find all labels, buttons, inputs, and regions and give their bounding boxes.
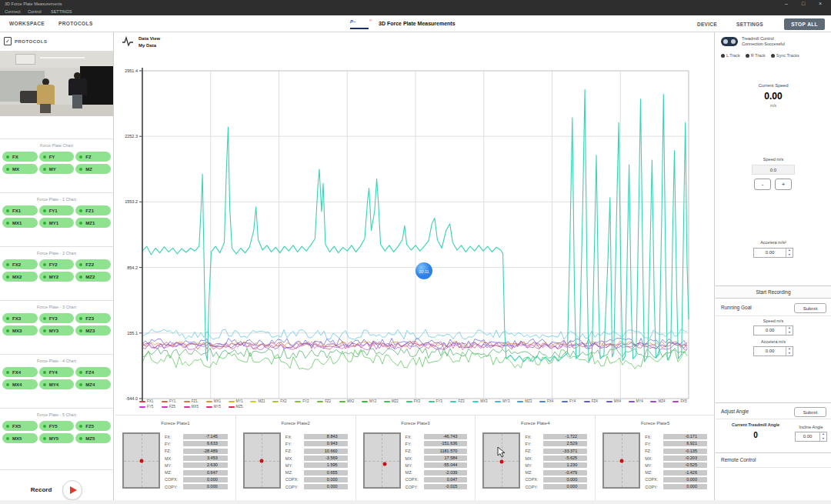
channel-button-fy2[interactable]: FY2 — [39, 259, 75, 269]
legend-item-fx3[interactable]: FX3 — [406, 399, 429, 404]
goal-speed-spinner[interactable]: 0.00 ▲▼ — [753, 325, 793, 335]
legend-item-fy3[interactable]: FY3 — [429, 399, 451, 404]
record-play-button[interactable] — [62, 480, 82, 500]
menu-control[interactable]: Control — [28, 9, 42, 14]
legend-item-fy1[interactable]: FY1 — [162, 399, 184, 404]
speed-input[interactable]: 0.0 — [752, 165, 795, 175]
channel-button-fx[interactable]: FX — [2, 152, 38, 162]
legend-item-mx4[interactable]: MX4 — [606, 399, 629, 404]
channel-button-fx4[interactable]: FX4 — [2, 367, 38, 377]
legend-item-mz1[interactable]: MZ1 — [250, 399, 272, 404]
spinner-arrows-icon[interactable]: ▲▼ — [786, 249, 793, 257]
channel-button-fy1[interactable]: FY1 — [39, 205, 75, 215]
legend-item-fx5[interactable]: FX5 — [672, 399, 695, 404]
channel-button-fz[interactable]: FZ — [75, 152, 111, 162]
close-icon[interactable]: × — [813, 1, 828, 6]
legend-item-mz3[interactable]: MZ3 — [517, 399, 539, 404]
tab-workspace[interactable]: WORKSPACE — [9, 21, 45, 26]
channel-button-mx4[interactable]: MX4 — [2, 379, 38, 389]
legend-item-mx2[interactable]: MX2 — [339, 399, 362, 404]
goal-accel-spinner[interactable]: 0.00 ▲▼ — [753, 346, 793, 356]
legend-item-my5[interactable]: MY5 — [206, 404, 229, 409]
channel-button-fy4[interactable]: FY4 — [39, 367, 75, 377]
legend-item-fy2[interactable]: FY2 — [295, 399, 317, 404]
chart[interactable]: 2951.42252.31553.2854.2155.1-544.000:11 — [114, 54, 715, 409]
connection-toggle-icon[interactable] — [721, 37, 738, 46]
stop-all-button[interactable]: STOP ALL — [784, 18, 825, 30]
menu-connect[interactable]: Connect — [5, 9, 21, 14]
channel-button-my[interactable]: MY — [39, 164, 75, 174]
radio-r-track[interactable]: R Track — [746, 53, 766, 58]
channel-button-fx3[interactable]: FX3 — [2, 313, 38, 323]
legend-item-mz2[interactable]: MZ2 — [384, 399, 406, 404]
start-recording-button[interactable]: Start Recording — [716, 285, 831, 299]
radio-sync-tracks[interactable]: Sync Tracks — [771, 53, 799, 58]
speed-minus-button[interactable]: - — [754, 179, 771, 190]
running-goal-submit-button[interactable]: Submit — [794, 303, 826, 313]
channel-dot-icon — [6, 425, 9, 428]
channel-button-mz3[interactable]: MZ3 — [75, 325, 111, 335]
legend-item-fx2[interactable]: FX2 — [272, 399, 295, 404]
channel-button-fz5[interactable]: FZ5 — [75, 421, 111, 431]
channel-button-mz1[interactable]: MZ1 — [75, 218, 111, 228]
legend-item-mz4[interactable]: MZ4 — [650, 399, 672, 404]
radio-l-track[interactable]: L Track — [721, 53, 740, 58]
legend-item-fx4[interactable]: FX4 — [539, 399, 562, 404]
spinner-arrows-icon[interactable]: ▲▼ — [786, 326, 793, 335]
legend-item-my2[interactable]: MY2 — [362, 399, 384, 404]
channel-button-my5[interactable]: MY5 — [39, 433, 75, 443]
channel-button-mz[interactable]: MZ — [75, 164, 111, 174]
legend-item-mx5[interactable]: MX5 — [184, 404, 206, 409]
legend-item-fz1[interactable]: FZ1 — [184, 399, 206, 404]
channel-button-fz4[interactable]: FZ4 — [75, 367, 111, 377]
channel-button-mx[interactable]: MX — [2, 164, 38, 174]
spinner-arrows-icon[interactable]: ▲▼ — [819, 432, 826, 441]
legend-item-fx1[interactable]: FX1 — [139, 399, 162, 404]
legend-item-fz4[interactable]: FZ4 — [584, 399, 606, 404]
minimize-icon[interactable]: – — [779, 1, 794, 6]
channel-button-fx2[interactable]: FX2 — [2, 259, 38, 269]
channel-button-fy3[interactable]: FY3 — [39, 313, 75, 323]
channel-button-mz2[interactable]: MZ2 — [75, 272, 111, 282]
channel-button-fx5[interactable]: FX5 — [2, 421, 38, 431]
adjust-angle-submit-button[interactable]: Submit — [794, 407, 826, 417]
channel-button-fz1[interactable]: FZ1 — [75, 205, 111, 215]
maximize-icon[interactable]: □ — [796, 1, 811, 6]
view-subtitle[interactable]: My Data — [138, 42, 160, 49]
channel-button-mx2[interactable]: MX2 — [2, 272, 38, 282]
channel-button-mx1[interactable]: MX1 — [2, 218, 38, 228]
channel-button-fz2[interactable]: FZ2 — [75, 259, 111, 269]
legend-item-fz2[interactable]: FZ2 — [317, 399, 339, 404]
channel-button-my4[interactable]: MY4 — [39, 379, 75, 389]
channel-button-my3[interactable]: MY3 — [39, 325, 75, 335]
legend-item-my3[interactable]: MY3 — [495, 399, 517, 404]
channel-button-fx1[interactable]: FX1 — [2, 205, 38, 215]
spinner-arrows-icon[interactable]: ▲▼ — [786, 347, 793, 355]
legend-item-fy5[interactable]: FY5 — [139, 404, 162, 409]
speed-plus-button[interactable]: + — [775, 179, 792, 190]
channel-button-my2[interactable]: MY2 — [39, 272, 75, 282]
channel-button-mx5[interactable]: MX5 — [2, 433, 38, 443]
accel-spinner[interactable]: 0.00 ▲▼ — [753, 248, 793, 258]
legend-item-my1[interactable]: MY1 — [229, 399, 251, 404]
device-button[interactable]: DEVICE — [697, 22, 717, 27]
legend-item-fz5[interactable]: FZ5 — [162, 404, 184, 409]
channel-button-mx3[interactable]: MX3 — [2, 325, 38, 335]
incline-angle-spinner[interactable]: 0.00 ▲▼ — [795, 432, 827, 442]
channel-button-mz4[interactable]: MZ4 — [75, 379, 111, 389]
channel-button-mz5[interactable]: MZ5 — [75, 433, 111, 443]
channel-button-my1[interactable]: MY1 — [39, 218, 75, 228]
tab-protocols[interactable]: PROTOCOLS — [58, 21, 93, 26]
channel-button-fy5[interactable]: FY5 — [39, 421, 75, 431]
menu-settings[interactable]: SETTINGS — [51, 9, 72, 14]
legend-item-fz3[interactable]: FZ3 — [450, 399, 472, 404]
legend-item-mx3[interactable]: MX3 — [472, 399, 495, 404]
channel-button-fy[interactable]: FY — [39, 152, 75, 162]
legend-item-mz5[interactable]: MZ5 — [229, 404, 251, 409]
channel-button-fz3[interactable]: FZ3 — [75, 313, 111, 323]
protocols-header[interactable]: ✓ PROTOCOLS — [4, 37, 47, 45]
settings-button[interactable]: SETTINGS — [736, 22, 763, 27]
legend-item-my4[interactable]: MY4 — [629, 399, 651, 404]
legend-item-mx1[interactable]: MX1 — [206, 399, 229, 404]
legend-item-fy4[interactable]: FY4 — [562, 399, 584, 404]
